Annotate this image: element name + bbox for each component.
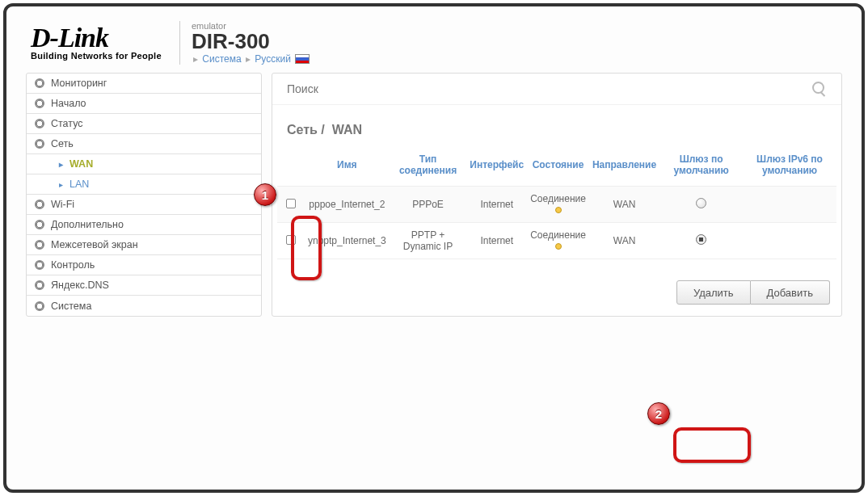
- model-label: DIR-300: [192, 31, 310, 52]
- annotation-badge-2: 2: [647, 402, 670, 425]
- sidebar-sub-wan[interactable]: ▸WAN: [27, 154, 261, 174]
- sidebar-item-start[interactable]: Начало: [27, 94, 261, 114]
- gear-icon: [35, 99, 44, 108]
- status-dot-icon: [555, 243, 562, 250]
- add-button[interactable]: Добавить: [751, 280, 830, 305]
- system-link[interactable]: Система: [202, 53, 241, 65]
- cell-type: PPPoE: [390, 187, 467, 223]
- sidebar-item-wifi[interactable]: Wi-Fi: [27, 195, 261, 215]
- cell-dir: WAN: [589, 187, 659, 223]
- cell-state: Соединение: [527, 223, 589, 259]
- sidebar-item-advanced[interactable]: Дополнительно: [27, 215, 261, 235]
- gear-icon: [35, 119, 44, 128]
- col-dir[interactable]: Направление: [589, 149, 659, 187]
- gear-icon: [35, 220, 44, 229]
- sidebar-sub-lan[interactable]: ▸LAN: [27, 174, 261, 195]
- gear-icon: [35, 301, 44, 311]
- col-gw[interactable]: Шлюз по умолчанию: [659, 149, 743, 187]
- annotation-highlight-1: [291, 216, 322, 280]
- col-check: [277, 149, 305, 187]
- flag-ru-icon: [295, 54, 310, 64]
- table-row[interactable]: pppoe_Internet_2 PPPoE Internet Соединен…: [277, 187, 836, 223]
- delete-button[interactable]: Удалить: [676, 280, 751, 305]
- status-dot-icon: [555, 207, 562, 213]
- gear-icon: [35, 200, 44, 209]
- cell-iface: Internet: [466, 187, 527, 223]
- col-type[interactable]: Тип соединения: [390, 149, 467, 187]
- sidebar-item-status[interactable]: Статус: [27, 114, 261, 134]
- main-panel: Сеть / WAN Имя Тип соединения Интерфейс …: [272, 73, 842, 317]
- search-input[interactable]: [287, 82, 812, 95]
- gear-icon: [35, 240, 44, 250]
- breadcrumb-arrow-icon: ▸: [193, 53, 198, 65]
- language-link[interactable]: Русский: [255, 53, 291, 65]
- sidebar-item-monitoring[interactable]: Мониторинг: [27, 74, 261, 94]
- col-iface[interactable]: Интерфейс: [466, 149, 527, 187]
- sidebar-item-network[interactable]: Сеть: [27, 134, 261, 154]
- brand-logo: D-Link Building Networks for People: [31, 23, 168, 63]
- sidebar-item-control[interactable]: Контроль: [27, 255, 261, 275]
- gear-icon: [35, 260, 44, 270]
- cell-type: PPTP + Dynamic IP: [390, 223, 467, 259]
- breadcrumb: Сеть / WAN: [272, 105, 841, 149]
- sidebar-item-yandex-dns[interactable]: Яндекс.DNS: [27, 275, 261, 296]
- row-checkbox[interactable]: [286, 199, 296, 208]
- col-state[interactable]: Состояние: [527, 149, 589, 187]
- cell-iface: Internet: [466, 223, 527, 259]
- gear-icon: [35, 78, 44, 88]
- table-row[interactable]: ynpptp_Internet_3 PPTP + Dynamic IP Inte…: [277, 223, 836, 259]
- annotation-highlight-2: [673, 427, 751, 463]
- gear-icon: [35, 139, 44, 149]
- cell-dir: WAN: [589, 223, 659, 259]
- search-icon[interactable]: [812, 82, 827, 96]
- gear-icon: [35, 280, 44, 290]
- sidebar-item-system[interactable]: Система: [27, 296, 261, 316]
- chevron-right-icon: ▸: [59, 160, 63, 169]
- sidebar: Мониторинг Начало Статус Сеть ▸WAN ▸LAN …: [26, 73, 262, 317]
- default-gw-radio[interactable]: [696, 198, 706, 208]
- chevron-right-icon: ▸: [59, 180, 63, 189]
- cell-state: Соединение: [527, 187, 589, 223]
- breadcrumb-arrow-icon: ▸: [246, 53, 251, 65]
- col-name[interactable]: Имя: [305, 149, 390, 187]
- col-gw6[interactable]: Шлюз IPv6 по умолчанию: [743, 149, 836, 187]
- wan-table: Имя Тип соединения Интерфейс Состояние Н…: [277, 149, 836, 259]
- default-gw-radio[interactable]: [696, 234, 706, 245]
- sidebar-item-firewall[interactable]: Межсетевой экран: [27, 235, 261, 255]
